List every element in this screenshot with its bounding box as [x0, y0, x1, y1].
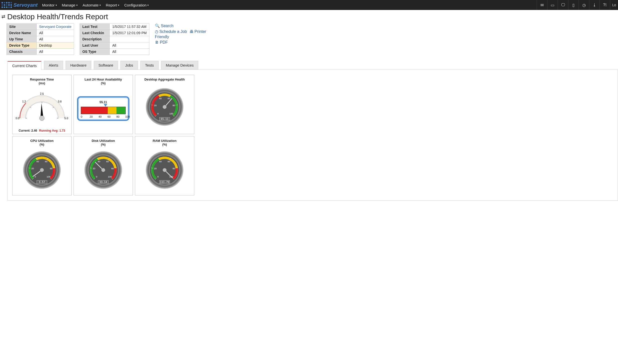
chart-title: CPU Utilization — [30, 139, 53, 143]
pointer-icon — [104, 104, 107, 107]
brand-name: Servoyant — [13, 2, 38, 8]
tab-current-charts[interactable]: Current Charts — [7, 61, 41, 70]
monitor-icon[interactable]: 🖵 — [558, 0, 568, 10]
nav-label: Manage — [62, 3, 75, 7]
svg-text:100: 100 — [108, 175, 112, 178]
pdf-icon: 🗎 — [155, 40, 159, 44]
filter-value-link[interactable]: Servoyant Corporate — [39, 25, 71, 29]
svg-text:80: 80 — [111, 167, 114, 170]
chart-title: Disk Utilization — [92, 139, 115, 143]
chart-title: Desktop Aggregate Health — [144, 78, 185, 82]
tab-alerts[interactable]: Alerts — [44, 61, 63, 70]
mail-icon[interactable]: ✉ — [537, 0, 547, 10]
nav-configuration[interactable]: Configuration ▾ — [124, 3, 149, 7]
chart-card-cpu-utilization: CPU Utilization(%)0204060801003.57 — [12, 136, 72, 195]
chevron-down-icon: ▾ — [100, 4, 101, 6]
svg-text:0: 0 — [157, 175, 159, 178]
svg-text:40: 40 — [36, 160, 39, 163]
nav-manage[interactable]: Manage ▾ — [62, 3, 78, 7]
nav-automate[interactable]: Automate ▾ — [83, 3, 101, 7]
page-header: ⇄ Desktop Health/Trends Report — [0, 10, 618, 22]
tab-manage-devices[interactable]: Manage Devices — [161, 61, 199, 70]
chart-title: Last 24 Hour Availability — [85, 78, 122, 82]
filter-label: Chassis — [7, 49, 37, 55]
gauge: 02040608010065.11 — [137, 82, 193, 132]
chevron-down-icon: ▾ — [118, 4, 119, 6]
schedule-job-link[interactable]: Schedule a Job — [159, 29, 187, 34]
filter-value: Servoyant Corporate — [37, 24, 74, 30]
svg-text:80: 80 — [173, 167, 175, 170]
report-actions: 🔍Search ◷Schedule a Job 🖶Printer Friendl… — [155, 23, 210, 45]
tabs-section: Current ChartsAlertsHardwareSoftwareJobs… — [7, 61, 618, 201]
filter-label: Last Checkin — [80, 30, 110, 36]
download-icon[interactable]: ⭳ — [589, 0, 600, 10]
filter-label: Site — [7, 24, 37, 30]
chart-unit: (%) — [162, 143, 167, 146]
tab-strip: Current ChartsAlertsHardwareSoftwareJobs… — [7, 61, 618, 70]
filter-label: Up Time — [7, 36, 37, 42]
chart-card-ram-utilization: RAM Utilization(%)020406080100111.79 — [135, 136, 194, 195]
svg-text:100: 100 — [169, 112, 173, 115]
tab-hardware[interactable]: Hardware — [66, 61, 91, 70]
chart-card-response-time: Response Time(ms)0.01.22.53.85.0Current:… — [12, 75, 72, 134]
filter-label: Last Test — [80, 24, 110, 30]
clock-icon[interactable]: ◷ — [579, 0, 589, 10]
filter-value: All — [37, 36, 74, 42]
svg-text:2.5: 2.5 — [40, 92, 44, 95]
svg-point-188 — [40, 168, 44, 172]
nav-monitor[interactable]: Monitor ▾ — [42, 3, 57, 7]
tab-jobs[interactable]: Jobs — [120, 61, 138, 70]
device-icon[interactable]: ▯ — [568, 0, 579, 10]
tab-tests[interactable]: Tests — [140, 61, 159, 70]
filter-table-left: SiteServoyant CorporateDevice NameAllUp … — [6, 23, 74, 55]
chart-card-last-24-hour-availability: Last 24 Hour Availability(%)55.110204060… — [74, 75, 133, 134]
help-icon[interactable]: ?⃝ — [600, 0, 610, 10]
tab-software[interactable]: Software — [94, 61, 118, 70]
svg-text:60: 60 — [106, 160, 109, 163]
window-icon[interactable]: ▭ — [547, 0, 558, 10]
svg-text:0: 0 — [157, 112, 159, 115]
swap-icon[interactable]: ⇄ — [1, 14, 5, 19]
chevron-down-icon: ▾ — [76, 4, 78, 6]
filter-section: SiteServoyant CorporateDevice NameAllUp … — [0, 22, 618, 55]
svg-text:40: 40 — [98, 160, 101, 163]
filter-label: Device Type — [7, 42, 37, 49]
gauge: 0.01.22.53.85.0 — [14, 85, 70, 129]
chart-title: Response Time — [30, 78, 54, 82]
chevron-down-icon: ▾ — [147, 4, 149, 6]
filter-value: All — [37, 49, 74, 55]
svg-text:33.14: 33.14 — [99, 181, 107, 183]
svg-text:65.11: 65.11 — [161, 117, 168, 120]
pdf-link[interactable]: PDF — [160, 40, 168, 44]
search-link[interactable]: Search — [161, 24, 174, 28]
svg-text:20: 20 — [154, 104, 157, 107]
filter-value: 1/5/2017 11:57:32 AM — [110, 24, 149, 30]
gauge: 020406080100111.79 — [137, 146, 193, 194]
filter-value: 1/5/2017 12:01:09 PM — [110, 30, 149, 36]
chevron-down-icon: ▾ — [56, 4, 57, 6]
filter-label: Device Name — [7, 30, 37, 36]
svg-text:1.2: 1.2 — [22, 100, 26, 103]
gauge: 02040608010033.14 — [75, 146, 131, 194]
filter-value: All — [110, 42, 149, 49]
linear-gauge: 55.11020406080100 — [77, 96, 129, 121]
svg-text:60: 60 — [168, 160, 170, 163]
filter-label: Description — [80, 36, 110, 42]
svg-text:0: 0 — [35, 175, 36, 178]
svg-text:111.79: 111.79 — [160, 181, 169, 183]
nav-label: Report — [106, 3, 117, 7]
filter-value: All — [37, 30, 74, 36]
chart-unit: (%) — [101, 143, 106, 146]
top-nav-right: ✉ ▭ 🖵 ▯ ◷ ⭳ ?⃝ Lo — [537, 0, 618, 10]
svg-text:40: 40 — [159, 97, 162, 100]
filter-value: All — [110, 49, 149, 55]
brand-logo-icon — [1, 2, 12, 8]
brand-logo[interactable]: Servoyant — [1, 2, 38, 8]
nav-report[interactable]: Report ▾ — [106, 3, 119, 7]
printer-icon: 🖶 — [190, 29, 194, 34]
logout-link[interactable]: Lo — [610, 0, 618, 10]
svg-text:60: 60 — [45, 160, 48, 163]
svg-text:80: 80 — [173, 104, 175, 107]
svg-text:0: 0 — [96, 175, 97, 178]
nav-label: Automate — [83, 3, 99, 7]
